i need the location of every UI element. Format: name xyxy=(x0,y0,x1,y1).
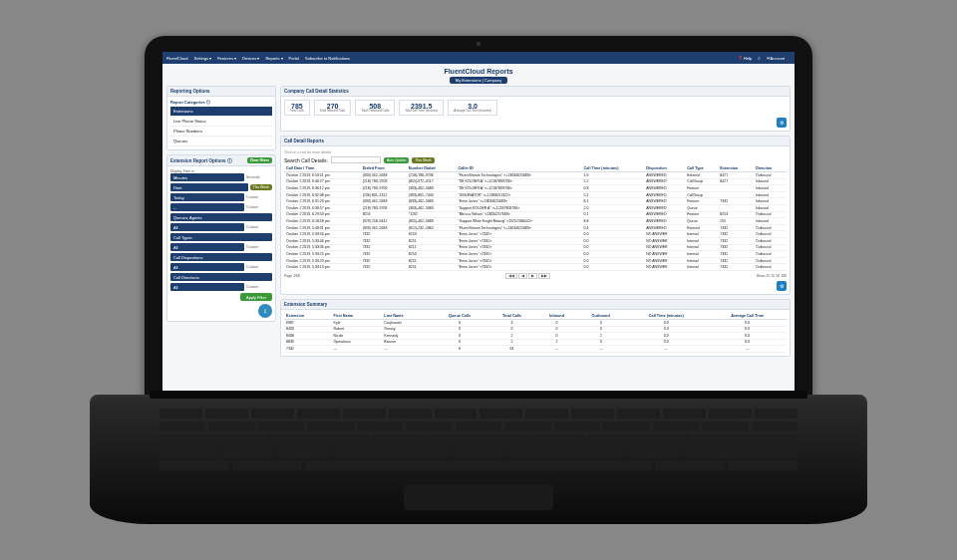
filter-custom-label[interactable]: Custom xyxy=(246,285,272,289)
filter-bar[interactable]: Today xyxy=(170,193,244,201)
filter-bar[interactable]: Call Dispositions xyxy=(170,253,272,261)
nav-item[interactable]: Features ▾ xyxy=(217,56,236,61)
stat-box: 785Total Calls xyxy=(284,100,310,116)
report-scope-tab[interactable]: My Extensions | Company xyxy=(450,77,507,84)
nav-right-item[interactable]: ❓ Help xyxy=(738,56,752,61)
filter-bar[interactable]: All xyxy=(170,243,244,251)
brand[interactable]: FluentCloud xyxy=(166,56,188,61)
export-button[interactable]: ⇩ xyxy=(258,304,272,318)
sidebar: Reporting Options Report Categories ⓘ Ex… xyxy=(166,86,276,357)
nav-item[interactable]: Reports ▾ xyxy=(265,56,282,61)
stat-box: 2391.5Total Call Time (minutes) xyxy=(399,100,444,116)
table-row[interactable]: October 2 2019, 6:36:12 pm(218) 780–9706… xyxy=(284,185,787,192)
pager-left: Page 1/60 xyxy=(284,274,300,278)
gear-icon[interactable]: ⚙ xyxy=(777,118,787,128)
trackpad xyxy=(404,484,553,510)
stat-box: 508Total Outbound Calls xyxy=(355,100,395,116)
filter-custom-label[interactable]: Custom xyxy=(246,205,272,209)
apply-filter-button[interactable]: Apply Filter xyxy=(240,293,272,301)
table-row[interactable]: 6987KyleCzajkowski03030.00.0 xyxy=(284,319,787,326)
filter-bar[interactable]: Queues; Agents xyxy=(170,213,272,221)
ext-summary-table: ExtensionFirst NameLast NameQueue CallsT… xyxy=(284,313,787,353)
nav-right-item[interactable]: ✉ Account xyxy=(767,56,785,61)
this-week-pill[interactable]: This Week xyxy=(412,157,434,163)
this-week-pill[interactable]: This Week xyxy=(250,184,272,190)
table-row[interactable]: October 2 2019, 5:33:20 pm73328251"Ernie… xyxy=(284,257,787,264)
filter-custom-label[interactable]: Custom xyxy=(246,265,272,269)
table-row[interactable]: 8408NicoleKennedy02020.00.0 xyxy=(284,333,787,340)
search-input[interactable] xyxy=(331,156,381,163)
table-row[interactable]: October 2 2019, 5:33:46 pm73328251"Ernie… xyxy=(284,237,787,244)
call-detail-panel: Call Detail Reports Click on a row for m… xyxy=(280,136,791,295)
camera-icon xyxy=(477,42,480,46)
table-row[interactable]: October 2 2019, 6:32:38 pm(206) 801–1322… xyxy=(284,191,787,198)
filter-bar[interactable]: All xyxy=(170,263,244,271)
sidebar-category[interactable]: Queues xyxy=(170,137,272,146)
stat-box: 270Total Inbound Calls xyxy=(314,100,352,116)
sidebar-category[interactable]: Phone Numbers xyxy=(170,127,272,137)
nav-item[interactable]: Subscribe to Notifications xyxy=(305,56,350,61)
pager-show[interactable]: Show 15 25 50 100 xyxy=(757,274,787,278)
stats-panel: Company Call Detail Statistics 785Total … xyxy=(280,86,791,132)
clear-filters-pill[interactable]: Clear filters xyxy=(247,157,272,163)
filter-bar[interactable]: Date xyxy=(170,183,248,191)
display-seconds[interactable]: Seconds xyxy=(246,175,272,179)
search-label: Search Call Details: xyxy=(284,157,328,163)
table-row[interactable]: 8839OperationsBeacon02200.00.0 xyxy=(284,339,787,346)
gear-icon[interactable]: ⚙ xyxy=(777,281,787,291)
reporting-options-panel: Reporting Options Report Categories ⓘ Ex… xyxy=(166,86,276,150)
nav-right-item[interactable]: ≡ xyxy=(758,56,760,61)
table-row[interactable]: October 2 2019, 6:53:51 pm(303) 462–5683… xyxy=(284,172,787,179)
ext-summary-title: Extension Summary xyxy=(281,300,790,310)
table-row[interactable]: October 2 2019, 6:18:58 pm(929) 258–6442… xyxy=(284,218,787,225)
ext-summary-panel: Extension Summary ExtensionFirst NameLas… xyxy=(280,299,791,357)
top-nav: FluentCloud Settings ▾Features ▾Devices … xyxy=(162,52,795,64)
table-row[interactable]: 7332——064———— xyxy=(284,346,787,353)
table-row[interactable]: October 2 2019, 5:33:13 pm73328251"Ernie… xyxy=(284,264,787,271)
filter-custom-label[interactable]: Custom xyxy=(246,245,272,249)
filter-custom-label[interactable]: Custom xyxy=(246,195,272,199)
filter-bar[interactable]: ... xyxy=(170,203,244,211)
laptop-lid: FluentCloud Settings ▾Features ▾Devices … xyxy=(145,36,812,415)
report-categories-label: Report Categories ⓘ xyxy=(170,100,272,105)
laptop-base xyxy=(90,395,867,524)
content: Company Call Detail Statistics 785Total … xyxy=(280,86,791,357)
table-row[interactable]: October 2 2019, 6:30:57 pm(218) 780–9706… xyxy=(284,204,787,211)
ext-report-options-title: Extension Report Options ⓘ xyxy=(170,158,232,163)
filter-bar[interactable]: All xyxy=(170,223,244,231)
table-row[interactable]: October 2 2019, 6:31:26 pm(303) 462–5683… xyxy=(284,198,787,205)
pager-nums[interactable]: ◀◀◀▶▶▶ xyxy=(505,273,550,279)
sidebar-category[interactable]: Extensions xyxy=(170,107,272,117)
call-detail-table: Call Date / TimeDialed FromNumber Dialed… xyxy=(284,165,787,271)
table-row[interactable]: October 2 2019, 5:33:25 pm73328253"Ernie… xyxy=(284,251,787,258)
nav-item[interactable]: Settings ▾ xyxy=(194,56,212,61)
page-title: FluentCloud Reports xyxy=(162,68,795,75)
table-row[interactable]: October 2 2019, 5:33:36 pm73328211"Ernie… xyxy=(284,244,787,251)
table-row[interactable]: October 2 2019, 5:33:56 pm73328253"Ernie… xyxy=(284,231,787,238)
filter-bar[interactable]: Call Directions xyxy=(170,273,272,281)
table-row[interactable]: October 2 2019, 6:29:50 pm8253*1202"Marc… xyxy=(284,211,787,218)
category-list: ExtensionsLive Phone StatusPhone Numbers… xyxy=(170,107,272,146)
keyboard xyxy=(160,409,798,478)
stat-box: 3.0Average Call Time (minutes) xyxy=(448,100,497,116)
screen: FluentCloud Settings ▾Features ▾Devices … xyxy=(162,52,795,405)
nav-item[interactable]: Portal xyxy=(289,56,299,61)
table-row[interactable]: 8403RobertGreasy00000.00.0 xyxy=(284,326,787,333)
display-minutes[interactable]: Minutes xyxy=(170,173,244,181)
auto-update-pill[interactable]: Auto Update xyxy=(384,157,409,163)
filter-bar[interactable]: All xyxy=(170,283,244,291)
call-detail-title: Call Detail Reports xyxy=(281,137,790,146)
ext-report-options-panel: Extension Report Options ⓘ Clear filters… xyxy=(166,154,276,322)
call-detail-hint: Click on a row for more details xyxy=(284,149,787,156)
filter-bar[interactable]: Call Types xyxy=(170,233,272,241)
laptop-frame: FluentCloud Settings ▾Features ▾Devices … xyxy=(90,36,867,524)
reporting-options-title: Reporting Options xyxy=(167,87,275,97)
stats-title: Company Call Detail Statistics xyxy=(281,87,790,97)
table-row[interactable]: October 2 2019, 6:46:27 pm(218) 780–9706… xyxy=(284,178,787,185)
page-header: FluentCloud Reports My Extensions | Comp… xyxy=(162,64,795,86)
table-row[interactable]: October 2 2019, 5:40:01 pm(303) 462–5683… xyxy=(284,224,787,231)
sidebar-category[interactable]: Live Phone Status xyxy=(170,117,272,127)
nav-item[interactable]: Devices ▾ xyxy=(242,56,259,61)
filter-custom-label[interactable]: Custom xyxy=(246,225,272,229)
